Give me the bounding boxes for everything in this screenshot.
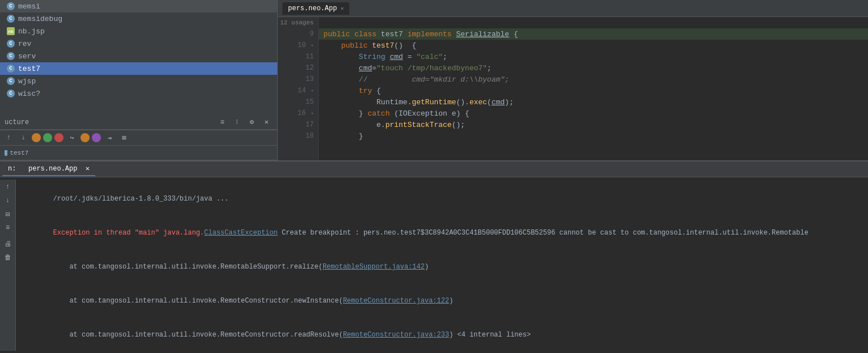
- sidebar-list: C memsi C memsidebug nb nb.jsp C rev C s…: [0, 0, 277, 115]
- code-line-14: try {: [319, 85, 868, 96]
- sidebar-item-label: test7: [18, 65, 40, 73]
- sidebar-item-wjsp[interactable]: C wjsp: [0, 75, 277, 87]
- line-num-14: 14 ▾: [278, 85, 318, 96]
- sidebar-item-rev[interactable]: C rev: [0, 37, 277, 50]
- scroll-up-icon[interactable]: ↑: [3, 182, 13, 192]
- file-path-bar: C test7: [0, 146, 277, 160]
- structure-bar: ucture ≡ ⁝ ⚙ ✕: [0, 115, 277, 130]
- code-line-15: Runtime.getRuntime().exec(cmd);: [319, 96, 868, 108]
- run-icon[interactable]: [43, 133, 52, 142]
- line-num-18: 18: [278, 130, 318, 142]
- class-icon: C: [7, 65, 15, 73]
- align2-icon[interactable]: ⁝: [231, 116, 243, 129]
- code-line-17: e.printStackTrace();: [319, 119, 868, 130]
- line-num-16: 16 ▾: [278, 108, 318, 119]
- stack-link-3[interactable]: RemoteConstructor.java:233: [343, 331, 449, 339]
- line-num-12: 12: [278, 62, 318, 74]
- nb-icon: nb: [7, 27, 15, 35]
- structure-label: ucture: [5, 118, 214, 126]
- breadcrumb-label: test7: [10, 150, 28, 156]
- stack-line-3: at com.tangosol.internal.util.invoke.Rem…: [20, 318, 863, 351]
- code-line-16: } catch (IOException e) {: [319, 108, 868, 119]
- code-line-10: public test7() {: [319, 40, 868, 51]
- code-lines: public class test7 implements Serializab…: [319, 17, 868, 160]
- line-num-9: 9: [278, 28, 318, 40]
- line-num-10: 10 ▾: [278, 40, 318, 51]
- class-icon: C: [7, 15, 15, 23]
- close-icon[interactable]: ✕: [260, 116, 273, 129]
- tab-label: pers.neo.App: [288, 5, 337, 12]
- console-tabs: n: pers.neo.App ✕: [0, 161, 868, 177]
- sidebar-item-label: wjsp: [18, 77, 36, 86]
- console-panel: n: pers.neo.App ✕ ↑ ↓ ⊟ ≡ 🖨 🗑 /root/.jdk…: [0, 160, 868, 353]
- editor-tab[interactable]: pers.neo.App ✕: [282, 2, 349, 15]
- sidebar-item-label: memsi: [18, 2, 40, 11]
- console-body: ↑ ↓ ⊟ ≡ 🖨 🗑 /root/.jdks/liberica-1.8.0_3…: [0, 177, 868, 353]
- up-icon[interactable]: ↑: [2, 131, 15, 144]
- print-icon[interactable]: 🖨: [3, 239, 13, 249]
- align-icon[interactable]: ≡: [216, 116, 228, 129]
- line-num-11: 11: [278, 51, 318, 62]
- sidebar-item-test7[interactable]: C test7: [0, 62, 277, 75]
- fold-icon-14[interactable]: ▾: [308, 88, 314, 93]
- delete-icon[interactable]: 🗑: [3, 252, 13, 262]
- down-icon[interactable]: ↓: [17, 131, 29, 144]
- code-line-13: // cmd="mkdir d:\\byoam";: [319, 74, 868, 85]
- sidebar-item-label: serv: [18, 52, 36, 61]
- sidebar-item-memsi[interactable]: C memsi: [0, 0, 277, 12]
- console-tab-n[interactable]: n: pers.neo.App ✕: [2, 162, 95, 176]
- console-path-line: /root/.jdks/liberica-1.8.0_333/bin/java …: [20, 182, 863, 216]
- tab-close-button[interactable]: ✕: [340, 5, 344, 12]
- stack-link-2[interactable]: RemoteConstructor.java:122: [343, 297, 449, 305]
- class-icon: C: [7, 77, 15, 85]
- sidebar: C memsi C memsidebug nb nb.jsp C rev C s…: [0, 0, 278, 160]
- code-line-8: [319, 17, 868, 28]
- console-tab-file: pers.neo.App: [28, 165, 77, 173]
- main-area: C memsi C memsidebug nb nb.jsp C rev C s…: [0, 0, 868, 160]
- sidebar-item-serv[interactable]: C serv: [0, 50, 277, 62]
- filter-icon[interactable]: ⇥: [103, 131, 116, 144]
- sidebar-toolbar: ↑ ↓ ↪ ⇥ ⊞: [0, 130, 277, 146]
- exception-rest: Create breakpoint : pers.neo.test7$3C894…: [278, 229, 808, 237]
- list-icon[interactable]: ≡: [3, 223, 13, 233]
- stack-link-1[interactable]: RemotableSupport.java:142: [323, 263, 425, 271]
- editor-area: pers.neo.App ✕ 12 usages 9 10 ▾ 11 12 13…: [278, 0, 868, 160]
- sidebar-item-memsidebug[interactable]: C memsidebug: [0, 12, 277, 25]
- class-icon-small: C: [5, 150, 7, 156]
- breakpoint-icon[interactable]: [32, 133, 41, 142]
- line-num-13: 13: [278, 74, 318, 85]
- console-left-icons: ↑ ↓ ⊟ ≡ 🖨 🗑: [0, 180, 16, 351]
- line-numbers: 12 usages 9 10 ▾ 11 12 13 14 ▾ 15 16 ▾: [278, 17, 319, 160]
- classcastexception-link[interactable]: ClassCastException: [204, 229, 278, 237]
- console-tab-label: n:: [8, 165, 16, 173]
- sidebar-item-label: rev: [18, 40, 31, 48]
- console-exception-line: Exception in thread "main" java.lang.Cla…: [20, 216, 863, 250]
- code-container: 12 usages 9 10 ▾ 11 12 13 14 ▾ 15 16 ▾: [278, 17, 868, 160]
- code-line-11: String cmd = "calc";: [319, 51, 868, 62]
- code-line-9: public class test7 implements Serializab…: [319, 28, 868, 40]
- line-num-usages: 12 usages: [278, 17, 318, 28]
- stack-line-2: at com.tangosol.internal.util.invoke.Rem…: [20, 284, 863, 318]
- purple-icon[interactable]: [92, 133, 101, 142]
- arrow-icon[interactable]: ↪: [66, 131, 78, 144]
- settings-icon[interactable]: ⚙: [245, 116, 258, 129]
- warn-icon[interactable]: [81, 133, 90, 142]
- stop-icon[interactable]: [54, 133, 63, 142]
- code-line-18: }: [319, 130, 868, 142]
- fold-icon-16[interactable]: ▾: [308, 110, 314, 116]
- stack-icon[interactable]: ⊞: [118, 131, 130, 144]
- class-icon: C: [7, 40, 15, 48]
- wrap-icon[interactable]: ⊟: [3, 209, 13, 219]
- class-icon: C: [7, 52, 15, 60]
- class-icon: C: [7, 2, 15, 10]
- line-num-17: 17: [278, 119, 318, 130]
- scroll-down-icon[interactable]: ↓: [3, 195, 13, 206]
- exception-text: Exception in thread "main" java.lang.: [53, 229, 204, 237]
- sidebar-item-label: wisc?: [18, 90, 40, 98]
- fold-icon-10[interactable]: ▾: [308, 42, 314, 48]
- sidebar-item-wisc[interactable]: C wisc?: [0, 87, 277, 100]
- console-content: /root/.jdks/liberica-1.8.0_333/bin/java …: [16, 180, 868, 351]
- sidebar-item-nbjsp[interactable]: nb nb.jsp: [0, 25, 277, 37]
- stack-line-1: at com.tangosol.internal.util.invoke.Rem…: [20, 250, 863, 284]
- editor-header: pers.neo.App ✕: [278, 0, 868, 17]
